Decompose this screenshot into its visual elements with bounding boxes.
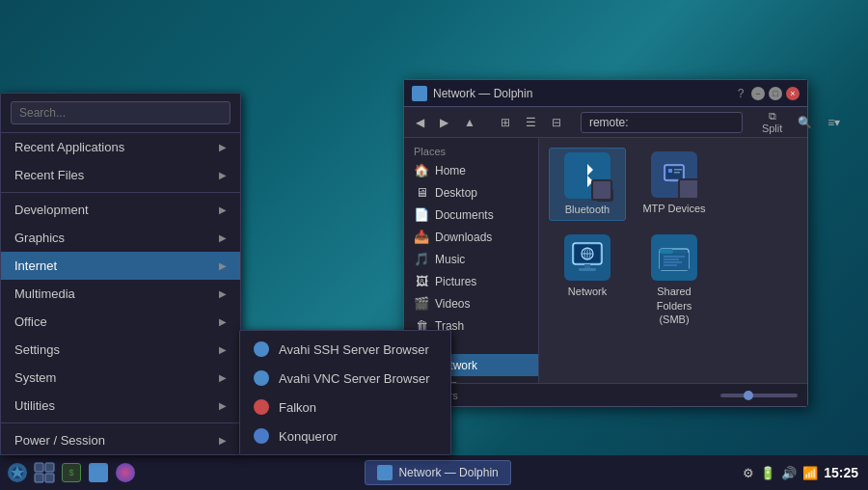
- network-label: Network: [568, 285, 607, 298]
- zoom-controls: [720, 394, 798, 397]
- start-menu-graphics[interactable]: Graphics ▶: [1, 224, 240, 252]
- submenu-konqueror[interactable]: Konqueror: [240, 422, 450, 450]
- start-menu-office[interactable]: Office ▶: [1, 308, 240, 336]
- start-menu-power[interactable]: Power / Session ▶: [1, 426, 240, 454]
- arrow-icon: ▶: [219, 344, 227, 355]
- arrow-icon: ▶: [219, 435, 227, 446]
- network-tray-icon[interactable]: 📶: [802, 466, 818, 480]
- mtp-graphic: [651, 151, 697, 198]
- clock: 15:25: [824, 465, 858, 480]
- minimize-button[interactable]: −: [751, 87, 765, 100]
- app-icon: [254, 428, 269, 444]
- dolphin-taskbar-icon[interactable]: [87, 461, 110, 484]
- sidebar-item-documents[interactable]: 📄 Documents: [404, 204, 538, 226]
- mtp-devices-item[interactable]: MTP Devices: [636, 148, 713, 221]
- documents-icon: 📄: [414, 207, 429, 222]
- network-graphic: [564, 234, 610, 281]
- dolphin-window: Network — Dolphin ? − □ × ◀ ▶ ▲ ⊞ ☰ ⊟ ⧉ …: [403, 79, 808, 407]
- taskbar-center: Network — Dolphin: [143, 460, 733, 485]
- taskbar: $ Network — Dolphin ⚙ 🔋 🔊 📶 15:25: [0, 455, 868, 490]
- arrow-icon: ▶: [219, 400, 227, 411]
- titlebar: Network — Dolphin ? − □ ×: [404, 80, 807, 107]
- bluetooth-icon-item[interactable]: Bluetooth: [549, 148, 626, 221]
- places-title: Places: [404, 142, 538, 159]
- app-icon: [377, 465, 393, 480]
- menu-button[interactable]: ≡▾: [822, 113, 846, 132]
- start-menu-settings[interactable]: Settings ▶: [1, 336, 240, 364]
- desktop-icon: 🖥: [414, 185, 429, 200]
- view-icons-button[interactable]: ⊞: [495, 113, 516, 132]
- terminal-icon[interactable]: $: [60, 461, 83, 484]
- toolbar: ◀ ▶ ▲ ⊞ ☰ ⊟ ⧉ Split 🔍 ≡▾: [404, 107, 807, 138]
- start-menu-recent-files[interactable]: Recent Files ▶: [1, 161, 240, 189]
- sidebar-item-music[interactable]: 🎵 Music: [404, 248, 538, 270]
- volume-icon[interactable]: 🔊: [781, 466, 797, 480]
- sidebar-item-pictures[interactable]: 🖼 Pictures: [404, 270, 538, 292]
- view-details-button[interactable]: ☰: [520, 113, 542, 132]
- internet-submenu: Avahi SSH Server Browser Avahi VNC Serve…: [239, 330, 451, 455]
- start-menu: Recent Applications ▶ Recent Files ▶ Dev…: [0, 93, 241, 455]
- app-icon: [254, 341, 269, 357]
- close-button[interactable]: ×: [786, 87, 800, 100]
- submenu-falkon[interactable]: Falkon: [240, 393, 450, 422]
- search-button[interactable]: 🔍: [792, 113, 818, 132]
- svg-rect-27: [35, 474, 43, 482]
- search-input[interactable]: [11, 101, 231, 124]
- help-button[interactable]: ?: [734, 87, 747, 100]
- back-button[interactable]: ◀: [410, 113, 430, 132]
- bluetooth-label: Bluetooth: [565, 203, 610, 216]
- submenu-avahi-ssh[interactable]: Avahi SSH Server Browser: [240, 335, 450, 364]
- sidebar-item-downloads[interactable]: 📥 Downloads: [404, 226, 538, 248]
- downloads-icon: 📥: [414, 230, 429, 244]
- address-bar[interactable]: [581, 112, 743, 133]
- arrow-icon: ▶: [219, 142, 227, 152]
- svg-rect-3: [674, 169, 682, 171]
- start-menu-system[interactable]: System ▶: [1, 364, 240, 392]
- file-content-area: Bluetooth: [539, 138, 807, 383]
- forward-button[interactable]: ▶: [434, 113, 454, 132]
- start-menu-internet[interactable]: Internet ▶: [1, 252, 240, 280]
- start-menu-development[interactable]: Development ▶: [1, 196, 240, 224]
- network-item[interactable]: Network: [549, 231, 626, 330]
- maximize-button[interactable]: □: [769, 87, 782, 100]
- start-menu-multimedia[interactable]: Multimedia ▶: [1, 280, 240, 308]
- svg-rect-28: [45, 474, 54, 482]
- svg-rect-16: [660, 253, 689, 270]
- start-menu-search-area: [1, 94, 240, 133]
- arrow-icon: ▶: [219, 260, 227, 271]
- svg-rect-25: [35, 463, 43, 472]
- arrow-icon: ▶: [219, 372, 227, 383]
- sidebar-item-videos[interactable]: 🎬 Videos: [404, 292, 538, 314]
- battery-icon[interactable]: 🔋: [760, 466, 775, 480]
- zoom-slider[interactable]: [720, 394, 798, 397]
- sidebar-item-home[interactable]: 🏠 Home: [404, 159, 538, 181]
- videos-icon: 🎬: [414, 296, 429, 311]
- arrow-icon: ▶: [219, 232, 227, 243]
- separator: [1, 422, 240, 423]
- music-icon: 🎵: [414, 252, 429, 266]
- sidebar-item-desktop[interactable]: 🖥 Desktop: [404, 181, 538, 204]
- mtp-icon: [651, 151, 697, 198]
- network-file-icon: [564, 234, 610, 281]
- settings-icon[interactable]: ⚙: [743, 466, 754, 480]
- svg-rect-9: [584, 264, 590, 268]
- active-window-button[interactable]: Network — Dolphin: [365, 460, 510, 485]
- smb-item[interactable]: Shared Folders (SMB): [636, 231, 713, 330]
- up-button[interactable]: ▲: [458, 113, 481, 132]
- arrow-icon: ▶: [219, 288, 227, 299]
- svg-rect-4: [674, 172, 680, 174]
- smb-label: Shared Folders (SMB): [639, 285, 709, 326]
- kde-menu-icon[interactable]: [6, 461, 29, 484]
- mtp-label: MTP Devices: [642, 202, 705, 215]
- start-menu-utilities[interactable]: Utilities ▶: [1, 392, 240, 420]
- pictures-icon: 🖼: [414, 274, 429, 288]
- svg-rect-10: [579, 268, 596, 271]
- submenu-avahi-vnc[interactable]: Avahi VNC Server Browser: [240, 364, 450, 393]
- desktop-switcher-icon[interactable]: [33, 461, 56, 484]
- smb-icon: [651, 234, 697, 281]
- split-button[interactable]: ⧉ Split: [756, 107, 788, 137]
- view-columns-button[interactable]: ⊟: [546, 113, 567, 132]
- browser-taskbar-icon[interactable]: [114, 461, 137, 484]
- svg-rect-26: [45, 463, 54, 472]
- start-menu-recent-apps[interactable]: Recent Applications ▶: [1, 133, 240, 161]
